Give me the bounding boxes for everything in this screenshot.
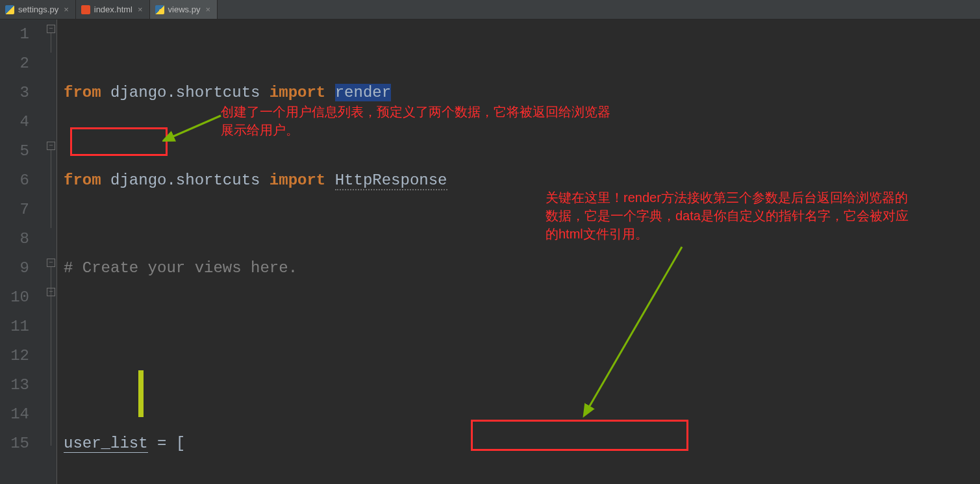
line-number: 6 [0, 166, 29, 195]
fold-gutter: − − − − [45, 19, 57, 484]
line-number: 3 [0, 78, 29, 107]
line-number: 13 [0, 370, 29, 400]
line-number-gutter: 1 2 3 4 5 6 7 8 9 10 11 12 13 14 15 [0, 19, 45, 484]
close-icon[interactable]: × [62, 5, 70, 14]
python-icon [5, 5, 14, 14]
line-number: 14 [0, 400, 29, 429]
editor[interactable]: 1 2 3 4 5 6 7 8 9 10 11 12 13 14 15 − − … [0, 19, 980, 484]
tab-bar: settings.py × index.html × views.py × [0, 0, 980, 19]
line-number: 2 [0, 49, 29, 78]
close-icon[interactable]: × [136, 5, 144, 14]
tab-views-py[interactable]: views.py × [150, 0, 218, 19]
python-icon [155, 5, 164, 14]
annotation-box-render-dict [471, 420, 688, 451]
tab-settings[interactable]: settings.py × [0, 0, 76, 19]
line-number: 11 [0, 312, 29, 341]
html-icon [81, 5, 90, 14]
fold-icon[interactable]: − [47, 259, 55, 267]
line-number: 10 [0, 283, 29, 312]
fold-icon[interactable]: − [47, 288, 55, 296]
tab-label: index.html [94, 5, 132, 14]
line-number: 15 [0, 429, 29, 458]
fold-icon[interactable]: − [47, 142, 55, 150]
annotation-box-user-list [70, 127, 168, 156]
tab-label: views.py [168, 5, 201, 14]
annotation-text-top: 创建了一个用户信息列表，预定义了两个数据，它将被返回给浏览器 展示给用户。 [221, 103, 610, 139]
line-number: 4 [0, 107, 29, 136]
line-number: 12 [0, 341, 29, 370]
fold-icon[interactable]: − [47, 25, 55, 33]
line-number: 7 [0, 195, 29, 224]
annotation-text-right: 关键在这里！render方法接收第三个参数是后台返回给浏览器的 数据，它是一个字… [546, 188, 909, 243]
line-number: 5 [0, 136, 29, 166]
line-number: 1 [0, 19, 29, 49]
tab-index-html[interactable]: index.html × [76, 0, 150, 19]
tab-label: settings.py [18, 5, 58, 14]
change-marker [138, 370, 144, 417]
line-number: 9 [0, 253, 29, 283]
code-area[interactable]: from django.shortcuts import render from… [57, 19, 980, 484]
close-icon[interactable]: × [204, 5, 212, 14]
code-line [64, 341, 980, 370]
code-line: # Create your views here. [64, 253, 980, 283]
line-number: 8 [0, 224, 29, 253]
